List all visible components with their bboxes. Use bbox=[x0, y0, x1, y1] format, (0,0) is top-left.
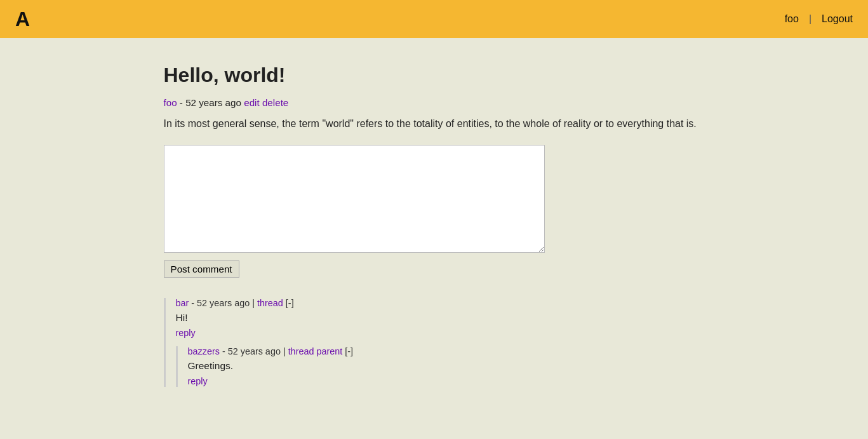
nested-comment-collapse-link[interactable]: [-] bbox=[345, 346, 353, 356]
post-delete-link[interactable]: delete bbox=[262, 97, 288, 108]
comment-author-link[interactable]: bar bbox=[176, 298, 189, 308]
nested-comment-body: Greetings. bbox=[188, 360, 705, 372]
post-edit-link[interactable]: edit bbox=[244, 97, 260, 108]
navbar: A foo | Logout bbox=[0, 0, 868, 38]
navbar-separator: | bbox=[809, 13, 811, 25]
nested-comment-time: - 52 years ago | bbox=[222, 346, 288, 356]
post-body: In its most general sense, the term "wor… bbox=[164, 116, 705, 132]
comment-reply-link[interactable]: reply bbox=[176, 328, 196, 338]
nested-comment-reply-link[interactable]: reply bbox=[188, 376, 208, 386]
main-content: Hello, world! foo - 52 years ago edit de… bbox=[149, 38, 720, 422]
comment-body: Hi! bbox=[176, 312, 705, 323]
post-time: - 52 years ago bbox=[180, 97, 241, 108]
post-title: Hello, world! bbox=[164, 64, 705, 87]
nested-comment-author-link[interactable]: bazzers bbox=[188, 346, 220, 356]
site-logo: A bbox=[15, 8, 30, 31]
nested-comment: bazzers - 52 years ago | thread parent [… bbox=[176, 346, 705, 387]
comments-section: bar - 52 years ago | thread [-] Hi! repl… bbox=[164, 298, 705, 387]
post-comment-button[interactable]: Post comment bbox=[164, 260, 239, 278]
comment: bar - 52 years ago | thread [-] Hi! repl… bbox=[164, 298, 705, 387]
logout-button[interactable]: Logout bbox=[822, 13, 853, 25]
navbar-username: foo bbox=[785, 13, 799, 25]
comment-time: - 52 years ago | bbox=[191, 298, 257, 308]
comment-meta: bar - 52 years ago | thread [-] bbox=[176, 298, 705, 308]
comment-textarea[interactable] bbox=[164, 145, 545, 253]
nested-comment-meta: bazzers - 52 years ago | thread parent [… bbox=[188, 346, 705, 356]
post-author-link[interactable]: foo bbox=[164, 97, 177, 108]
post-meta: foo - 52 years ago edit delete bbox=[164, 97, 705, 108]
nested-comment-thread-parent-link[interactable]: thread parent bbox=[288, 346, 343, 356]
comment-collapse-link[interactable]: [-] bbox=[286, 298, 294, 308]
comment-thread-link[interactable]: thread bbox=[257, 298, 283, 308]
navbar-right: foo | Logout bbox=[785, 13, 853, 25]
